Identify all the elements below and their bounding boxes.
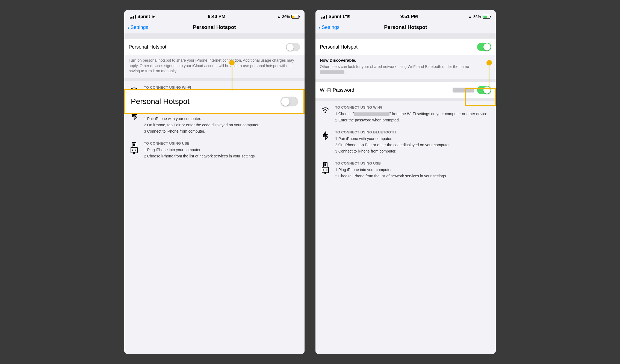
hotspot-toggle-2[interactable]	[477, 43, 491, 51]
page-title-2: Personal Hotspot	[384, 24, 427, 30]
wifi-step2-2: 2 Enter the password when prompted.	[335, 117, 491, 123]
zoom-overlay: Personal Hotspot	[124, 89, 305, 114]
svg-rect-13	[324, 172, 326, 174]
bluetooth-connection-header-2: TO CONNECT USING BLUETOOTH	[335, 130, 491, 134]
location-icon-2: ▲	[468, 15, 472, 19]
connection-instructions-2: TO CONNECT USING WI-FI 1 Choose "" from …	[315, 101, 496, 190]
wifi-connection-header-2: TO CONNECT USING WI-FI	[335, 105, 491, 109]
bluetooth-step3-2: 3 Connect to iPhone from computer.	[335, 148, 491, 154]
status-bar-left: Sprint ►	[130, 14, 156, 19]
chevron-left-icon: ‹	[128, 24, 129, 31]
signal-strength-icon	[130, 15, 136, 19]
status-bar-2: Sprint LTE 9:51 PM ▲ 35%	[315, 10, 496, 22]
top-gray-section-2	[315, 33, 496, 39]
back-button-2[interactable]: ‹ Settings	[319, 24, 339, 31]
clock-2: 9:51 PM	[400, 14, 418, 19]
usb-connection-item-2: TO CONNECT USING USB 1 Plug iPhone into …	[320, 161, 491, 180]
carrier-label-2: Sprint	[329, 14, 341, 19]
svg-rect-3	[131, 147, 137, 153]
navigation-bar-2: ‹ Settings Personal Hotspot	[315, 22, 496, 33]
back-label[interactable]: Settings	[131, 25, 148, 30]
toggle-knob-2	[483, 43, 491, 50]
location-icon: ▲	[277, 15, 281, 19]
bluetooth-step1-2: 1 Pair iPhone with your computer.	[335, 136, 491, 142]
hotspot-toggle[interactable]	[286, 43, 300, 51]
usb-connection-text-2: TO CONNECT USING USB 1 Plug iPhone into …	[335, 161, 491, 180]
status-bar-left-2: Sprint LTE	[321, 14, 350, 19]
connector-line-2	[489, 65, 489, 90]
hotspot-label-2: Personal Hotspot	[320, 44, 358, 50]
discoverable-title: Now Discoverable.	[320, 58, 491, 62]
section-divider-2	[315, 79, 496, 82]
chevron-left-icon-2: ‹	[319, 24, 321, 31]
bluetooth-connection-text-2: TO CONNECT USING BLUETOOTH 1 Pair iPhone…	[335, 130, 491, 155]
connector-line-1	[232, 65, 232, 91]
hotspot-label: Personal Hotspot	[129, 44, 166, 50]
usb-step2: 2 Choose iPhone from the list of network…	[144, 153, 300, 159]
section-divider-3	[315, 98, 496, 101]
usb-connection-item: TO CONNECT USING USB 1 Plug iPhone into …	[129, 141, 300, 160]
wifi-password-value	[453, 88, 474, 93]
bluetooth-connection-text: TO CONNECT USING BLUETOOTH 1 Pair iPhone…	[144, 110, 300, 135]
bluetooth-step2: 2 On iPhone, tap Pair or enter the code …	[144, 122, 300, 128]
zoom-toggle-knob	[281, 98, 290, 106]
usb-connection-header: TO CONNECT USING USB	[144, 141, 300, 145]
discoverable-section: Now Discoverable. Other users can look f…	[315, 55, 496, 79]
bluetooth-icon-2	[320, 130, 331, 141]
svg-point-5	[135, 150, 136, 151]
svg-point-4	[132, 150, 133, 151]
zoom-hotspot-toggle[interactable]	[281, 97, 298, 106]
status-bar: Sprint ► 9:40 PM ▲ 36%	[124, 10, 305, 22]
annotation-dot-1	[229, 60, 235, 65]
wifi-password-row[interactable]: Wi-Fi Password	[315, 82, 496, 98]
status-bar-right: ▲ 36%	[277, 14, 299, 19]
battery-percent-2: 35%	[473, 14, 481, 19]
usb-step1: 1 Plug iPhone into your computer.	[144, 147, 300, 153]
wifi-step1-2: 1 Choose "" from the Wi-Fi settings on y…	[335, 111, 491, 117]
battery-icon	[291, 15, 299, 19]
battery-percent: 36%	[282, 14, 290, 19]
hotspot-toggle-row-2: Personal Hotspot	[315, 39, 496, 55]
description-text: Turn on personal hotspot to share your i…	[124, 55, 305, 78]
usb-connection-text: TO CONNECT USING USB 1 Plug iPhone into …	[144, 141, 300, 160]
wifi-connection-header: TO CONNECT USING WI-FI	[144, 85, 300, 89]
back-button[interactable]: ‹ Settings	[128, 24, 148, 31]
toggle-knob	[287, 44, 294, 51]
svg-point-11	[323, 169, 324, 171]
usb-step2-2: 2 Choose iPhone from the list of network…	[335, 173, 491, 179]
zoom-hotspot-label: Personal Hotspot	[131, 97, 190, 106]
wifi-password-right	[453, 86, 491, 94]
bluetooth-connection-item-2: TO CONNECT USING BLUETOOTH 1 Pair iPhone…	[320, 130, 491, 155]
battery-icon-2	[483, 15, 490, 19]
page-title: Personal Hotspot	[193, 24, 236, 30]
annotation-dot-2	[486, 60, 492, 65]
top-gray-section	[124, 33, 305, 39]
section-divider	[124, 78, 305, 81]
svg-point-7	[325, 112, 326, 113]
carrier-label: Sprint	[137, 14, 150, 19]
wifi-password-label: Wi-Fi Password	[320, 87, 354, 93]
wifi-icon-2	[320, 105, 331, 114]
wifi-connection-item-2: TO CONNECT USING WI-FI 1 Choose "" from …	[320, 105, 491, 124]
clock: 9:40 PM	[208, 14, 225, 19]
bluetooth-step2-2: 2 On iPhone, tap Pair or enter the code …	[335, 142, 491, 148]
usb-icon	[129, 141, 140, 154]
usb-icon-2	[320, 161, 331, 174]
wifi-icon: ►	[152, 14, 156, 19]
status-bar-right-2: ▲ 35%	[468, 14, 490, 19]
signal-strength-icon-2	[321, 15, 327, 19]
content-area: Personal Hotspot Turn on personal hotspo…	[124, 33, 305, 354]
svg-rect-6	[133, 152, 135, 154]
bluetooth-step3: 3 Connect to iPhone from computer.	[144, 129, 300, 134]
content-area-2: Personal Hotspot Now Discoverable. Other…	[315, 33, 496, 354]
wifi-connection-text-2: TO CONNECT USING WI-FI 1 Choose "" from …	[335, 105, 491, 124]
usb-connection-header-2: TO CONNECT USING USB	[335, 161, 491, 165]
wifi-password-toggle-knob	[483, 86, 491, 94]
svg-rect-10	[322, 167, 329, 173]
svg-rect-9	[324, 163, 326, 166]
svg-rect-2	[133, 144, 135, 146]
navigation-bar: ‹ Settings Personal Hotspot	[124, 22, 305, 33]
svg-point-12	[326, 169, 327, 171]
back-label-2[interactable]: Settings	[322, 25, 339, 30]
bluetooth-step1: 1 Pair iPhone with your computer.	[144, 116, 300, 122]
